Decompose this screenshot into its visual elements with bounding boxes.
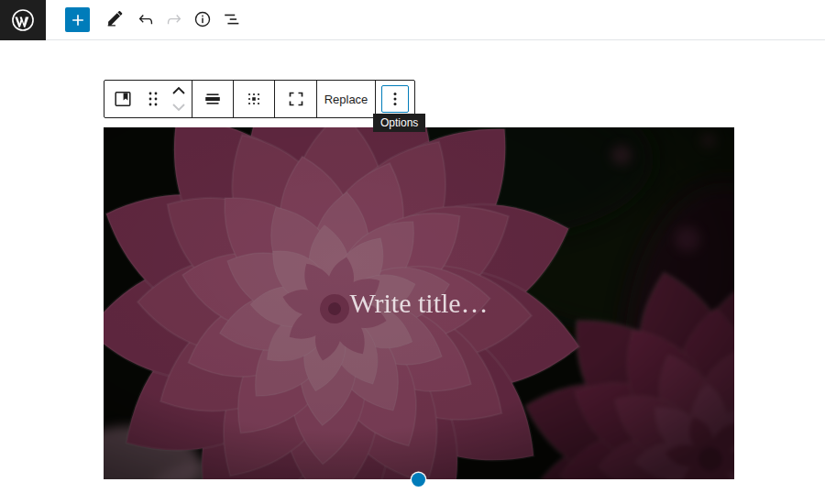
replace-button[interactable]: Replace	[317, 81, 375, 117]
editor-header	[0, 0, 825, 40]
full-height-button[interactable]	[275, 81, 316, 117]
options-focus-ring	[381, 85, 409, 113]
chevron-down-icon	[170, 102, 187, 113]
cover-block[interactable]: Write title…	[104, 127, 734, 479]
cover-block-icon	[112, 88, 134, 110]
block-toolbar-group-options	[375, 81, 414, 117]
align-button[interactable]	[192, 81, 233, 117]
cover-resize-handle[interactable]	[412, 473, 425, 487]
drag-handle[interactable]	[141, 81, 165, 117]
align-full-width-icon	[202, 88, 224, 110]
block-toolbar-group-main	[104, 81, 192, 117]
details-button[interactable]	[190, 6, 215, 32]
block-toolbar-group-position	[233, 81, 274, 117]
block-inserter-button[interactable]	[65, 7, 90, 32]
plus-icon	[69, 11, 87, 29]
block-toolbar-group-replace: Replace	[316, 81, 375, 117]
cover-title-input[interactable]: Write title…	[104, 127, 734, 479]
wordpress-logo[interactable]	[0, 0, 46, 40]
wordpress-block-editor: Replace Options	[0, 0, 825, 504]
cover-block-type-button[interactable]	[104, 81, 141, 117]
chevron-up-icon	[170, 85, 187, 96]
block-toolbar: Replace	[104, 80, 415, 118]
vertical-ellipsis-icon	[384, 88, 406, 110]
undo-arrow-icon	[136, 9, 156, 29]
redo-button[interactable]	[161, 6, 187, 32]
drag-handle-icon	[145, 89, 161, 109]
undo-button[interactable]	[133, 6, 159, 32]
info-circle-icon	[192, 9, 213, 29]
pencil-icon	[104, 9, 125, 29]
expand-corners-icon	[285, 88, 307, 110]
block-movers	[165, 81, 192, 117]
dot-grid-icon	[243, 88, 265, 110]
list-view-icon	[222, 9, 242, 29]
move-up-button[interactable]	[168, 82, 190, 99]
wordpress-logo-icon	[11, 8, 35, 32]
content-position-button[interactable]	[234, 81, 274, 117]
redo-arrow-icon	[164, 9, 184, 29]
move-down-button[interactable]	[168, 99, 190, 115]
block-toolbar-group-fullheight	[274, 81, 316, 117]
edit-tool-button[interactable]	[102, 6, 127, 32]
list-view-button[interactable]	[219, 6, 245, 32]
block-toolbar-group-align	[192, 81, 233, 117]
options-button[interactable]	[376, 81, 414, 117]
options-tooltip: Options	[373, 114, 425, 132]
